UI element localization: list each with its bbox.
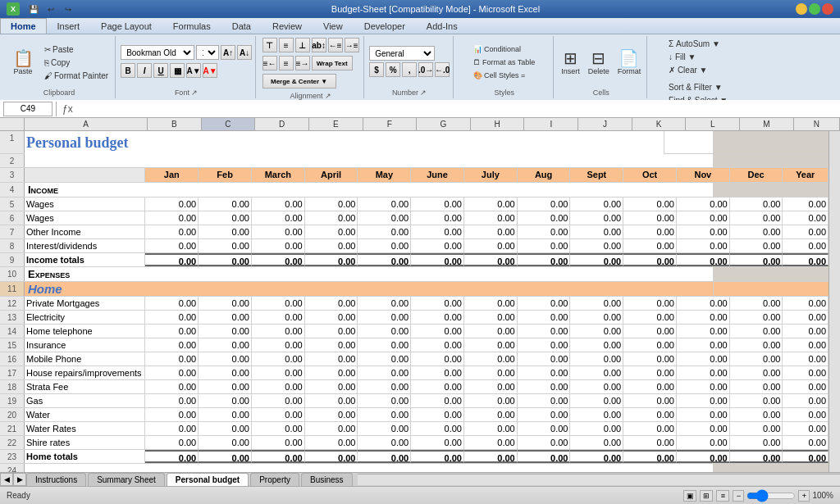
cell-17-7[interactable]: 0.00 <box>518 366 571 379</box>
cell-22-0[interactable]: 0.00 <box>145 436 199 449</box>
zoom-out-btn[interactable]: − <box>733 490 744 502</box>
cell-16-12[interactable]: 0.00 <box>783 352 829 366</box>
cell-n23[interactable]: 0.00 <box>783 450 829 463</box>
cell-7-6[interactable]: 0.00 <box>464 225 518 238</box>
cell-13-1[interactable]: 0.00 <box>199 311 252 324</box>
merge-center-btn[interactable]: Merge & Center ▼ <box>262 74 336 89</box>
cell-a12[interactable]: Private Mortgages <box>25 297 145 310</box>
tab-insert[interactable]: Insert <box>47 18 91 34</box>
cell-g9[interactable]: 0.00 <box>411 253 464 266</box>
cell-5-1[interactable]: 0.00 <box>199 198 252 211</box>
cell-22-3[interactable]: 0.00 <box>305 436 358 449</box>
cell-22-10[interactable]: 0.00 <box>677 436 730 449</box>
sheet-tab-instructions[interactable]: Instructions <box>26 473 86 486</box>
cell-8-1[interactable]: 0.00 <box>199 239 252 252</box>
text-direction-btn[interactable]: ab↕ <box>312 38 326 52</box>
cell-19-11[interactable]: 0.00 <box>730 394 783 407</box>
cell-8-9[interactable]: 0.00 <box>623 239 677 252</box>
cell-f9[interactable]: 0.00 <box>358 253 411 266</box>
cell-18-1[interactable]: 0.00 <box>199 380 252 393</box>
cell-5-3[interactable]: 0.00 <box>305 198 358 211</box>
cell-8-11[interactable]: 0.00 <box>730 239 783 252</box>
row-num-15[interactable]: 15 <box>0 338 25 352</box>
cell-19-7[interactable]: 0.00 <box>518 394 571 407</box>
cell-5-6[interactable]: 0.00 <box>464 198 518 211</box>
cell-n1[interactable] <box>664 131 714 153</box>
cell-a16[interactable]: Mobile Phone <box>25 352 145 366</box>
cell-14-9[interactable]: 0.00 <box>623 325 677 338</box>
row-num-22[interactable]: 22 <box>0 436 25 449</box>
cell-6-2[interactable]: 0.00 <box>252 211 305 225</box>
cell-12-10[interactable]: 0.00 <box>677 297 730 310</box>
cell-16-3[interactable]: 0.00 <box>305 352 358 366</box>
cell-18-8[interactable]: 0.00 <box>570 380 623 393</box>
cell-8-5[interactable]: 0.00 <box>411 239 464 252</box>
zoom-in-btn[interactable]: + <box>798 490 810 502</box>
cell-5-9[interactable]: 0.00 <box>623 198 677 211</box>
cell-a6[interactable]: Wages <box>25 211 145 225</box>
cell-20-5[interactable]: 0.00 <box>411 408 464 421</box>
cell-21-6[interactable]: 0.00 <box>464 422 518 435</box>
font-color-btn[interactable]: A▼ <box>203 63 217 78</box>
quick-redo-btn[interactable]: ↪ <box>61 2 75 16</box>
cell-h9[interactable]: 0.00 <box>464 253 518 266</box>
cell-6-11[interactable]: 0.00 <box>730 211 783 225</box>
cell-6-12[interactable]: 0.00 <box>783 211 829 225</box>
cell-a13[interactable]: Electricity <box>25 311 145 324</box>
cell-21-3[interactable]: 0.00 <box>305 422 358 435</box>
cell-13-7[interactable]: 0.00 <box>518 311 571 324</box>
cell-22-9[interactable]: 0.00 <box>623 436 677 449</box>
increase-font-btn[interactable]: A↑ <box>221 45 235 60</box>
cell-5-0[interactable]: 0.00 <box>145 198 199 211</box>
tab-addins[interactable]: Add-Ins <box>416 18 468 34</box>
maximize-btn[interactable] <box>809 3 820 15</box>
col-header-n[interactable]: N <box>794 118 840 130</box>
cell-a21[interactable]: Water Rates <box>25 422 145 435</box>
cell-17-2[interactable]: 0.00 <box>252 366 305 379</box>
row-num-16[interactable]: 16 <box>0 352 25 366</box>
cell-6-7[interactable]: 0.00 <box>518 211 571 225</box>
cell-18-4[interactable]: 0.00 <box>358 380 411 393</box>
italic-btn[interactable]: I <box>137 63 152 78</box>
cell-h23[interactable]: 0.00 <box>464 450 518 463</box>
cell-18-5[interactable]: 0.00 <box>411 380 464 393</box>
cell-a7[interactable]: Other Income <box>25 225 145 238</box>
cell-12-6[interactable]: 0.00 <box>464 297 518 310</box>
cell-18-2[interactable]: 0.00 <box>252 380 305 393</box>
cell-14-1[interactable]: 0.00 <box>199 325 252 338</box>
underline-btn[interactable]: U <box>153 63 168 78</box>
cell-14-6[interactable]: 0.00 <box>464 325 518 338</box>
cell-19-4[interactable]: 0.00 <box>358 394 411 407</box>
cell-e23[interactable]: 0.00 <box>305 450 358 463</box>
cell-18-11[interactable]: 0.00 <box>730 380 783 393</box>
cell-19-8[interactable]: 0.00 <box>570 394 623 407</box>
col-header-h[interactable]: H <box>471 118 525 130</box>
fill-btn[interactable]: ↓ Fill ▼ <box>665 51 731 63</box>
bold-btn[interactable]: B <box>121 63 135 78</box>
tab-page-layout[interactable]: Page Layout <box>90 18 162 34</box>
row-num-8[interactable]: 8 <box>0 239 25 252</box>
cell-l3-nov[interactable]: Nov <box>677 168 730 182</box>
cell-a1[interactable]: Personal budget <box>25 131 664 154</box>
cell-16-9[interactable]: 0.00 <box>623 352 677 366</box>
alignment-dialog-btn[interactable]: ↗ <box>325 92 331 100</box>
row-num-2[interactable]: 2 <box>0 154 25 167</box>
font-size-select[interactable]: 10 <box>196 45 219 60</box>
cell-12-11[interactable]: 0.00 <box>730 297 783 310</box>
cell-12-2[interactable]: 0.00 <box>252 297 305 310</box>
cell-8-3[interactable]: 0.00 <box>305 239 358 252</box>
sort-filter-btn[interactable]: Sort & Filter ▼ <box>665 81 731 93</box>
close-btn[interactable] <box>822 3 833 15</box>
tab-view[interactable]: View <box>313 18 354 34</box>
cell-15-4[interactable]: 0.00 <box>358 338 411 352</box>
sheet-scroll-right-btn[interactable]: ▶ <box>13 473 26 486</box>
cell-8-6[interactable]: 0.00 <box>464 239 518 252</box>
sheet-tab-summary[interactable]: Summary Sheet <box>88 473 165 486</box>
cell-5-11[interactable]: 0.00 <box>730 198 783 211</box>
cell-15-8[interactable]: 0.00 <box>570 338 623 352</box>
cell-j9[interactable]: 0.00 <box>570 253 623 266</box>
cell-a17[interactable]: House repairs/improvements <box>25 366 145 379</box>
copy-button[interactable]: ⎘ Copy <box>41 57 112 69</box>
cell-13-4[interactable]: 0.00 <box>358 311 411 324</box>
row-num-7[interactable]: 7 <box>0 225 25 238</box>
